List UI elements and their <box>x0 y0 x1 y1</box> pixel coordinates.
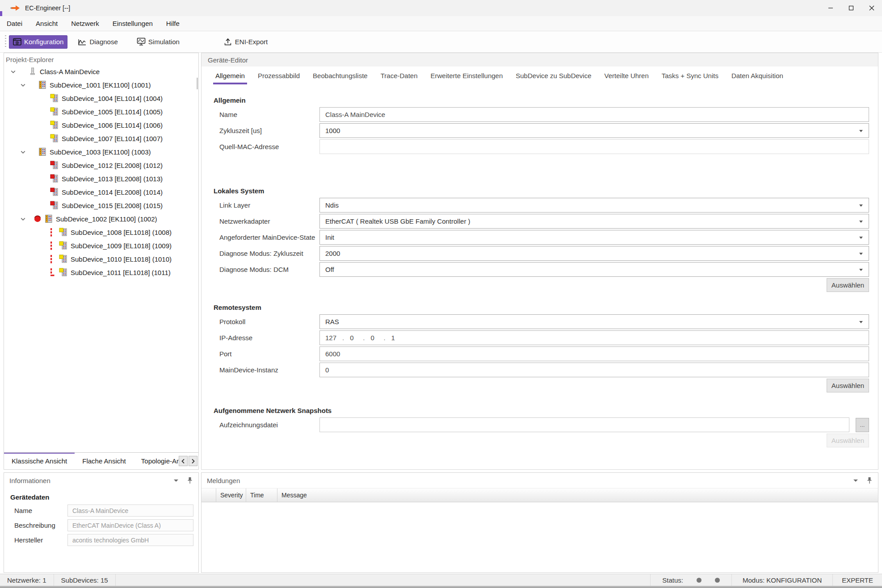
angeforderter-maindevice-state-dropdown[interactable]: Init <box>319 230 869 245</box>
el-red-icon <box>50 174 59 183</box>
expander-chevron-down-icon[interactable] <box>20 149 28 155</box>
ausw-hlen-button[interactable]: Auswählen <box>827 379 869 392</box>
toolbar-button-label: Simulation <box>148 38 180 46</box>
info-field-value[interactable]: acontis technologies GmbH <box>67 534 193 546</box>
tab-tasks-sync-units[interactable]: Tasks + Sync Units <box>662 67 718 84</box>
tab-beobachtungsliste[interactable]: Beobachtungsliste <box>313 67 368 84</box>
collapse-chevron-icon[interactable] <box>173 479 179 482</box>
expander-chevron-down-icon[interactable] <box>10 68 18 75</box>
tree-item-subdevice-1002[interactable]: SubDevice_1002 [EK1100] (1002) <box>4 212 198 225</box>
tree-item-class-a[interactable]: Class-A MainDevice <box>4 65 198 78</box>
field-label: Quell-MAC-Adresse <box>219 143 319 150</box>
browse-button[interactable]: ... <box>856 418 869 432</box>
el-red-icon <box>50 201 59 210</box>
el-yellow-icon <box>50 121 59 129</box>
ip-adresse-input[interactable]: 127.0.0.1 <box>319 330 869 345</box>
ip-octet: 1 <box>391 334 399 342</box>
tree-scrollbar-thumb[interactable] <box>197 78 198 89</box>
ek1100-icon <box>38 80 47 89</box>
menu-item-ansicht[interactable]: Ansicht <box>29 16 64 31</box>
menu-item-datei[interactable]: Datei <box>0 16 29 31</box>
ausw-hlen-button[interactable]: Auswählen <box>827 278 869 292</box>
link-layer-dropdown[interactable]: Ndis <box>319 198 869 213</box>
expander-chevron-down-icon[interactable] <box>20 82 28 88</box>
section-title: Remotesystem <box>214 304 869 312</box>
device-editor-content: AllgemeinNameClass-A MainDeviceZykluszei… <box>202 84 878 469</box>
tab-verteilte-uhren[interactable]: Verteilte Uhren <box>605 67 649 84</box>
tree-item-subdevice-1014[interactable]: SubDevice_1014 [EL2008] (1014) <box>4 185 198 199</box>
simulation-button[interactable]: Simulation <box>133 35 184 49</box>
info-field-name: NameClass-A MainDevice <box>14 505 198 517</box>
pin-icon[interactable] <box>187 477 193 484</box>
form-row-ip-adresse: IP-Adresse127.0.0.1 <box>214 330 869 345</box>
view-tab-topologie-ans[interactable]: Topologie-Ans <box>134 453 184 469</box>
maximize-button[interactable] <box>841 0 861 16</box>
device-tree: Class-A MainDeviceSubDevice_1001 [EK1100… <box>4 65 198 451</box>
tab-daten-akquisition[interactable]: Daten Akquisition <box>731 67 783 84</box>
diagnose-modus-zykluszeit-dropdown[interactable]: 2000 <box>319 246 869 261</box>
field-label: Diagnose Modus: DCM <box>219 266 319 273</box>
zykluszeit-us-dropdown[interactable]: 1000 <box>319 123 869 138</box>
view-tab-klassische-ansicht[interactable]: Klassische Ansicht <box>4 453 75 469</box>
protokoll-dropdown[interactable]: RAS <box>319 314 869 329</box>
konfiguration-button[interactable]: Konfiguration <box>9 35 67 49</box>
tree-item-subdevice-1004[interactable]: SubDevice_1004 [EL1014] (1004) <box>4 92 198 105</box>
collapse-chevron-icon[interactable] <box>853 479 858 482</box>
eni-export-button[interactable]: ENI-Export <box>219 35 272 49</box>
tree-item-subdevice-1001[interactable]: SubDevice_1001 [EK1100] (1001) <box>4 78 198 92</box>
pin-icon[interactable] <box>866 477 873 484</box>
tab-scroll-left-button[interactable] <box>179 456 188 466</box>
meldungen-panel: Meldungen SeverityTimeMessage <box>201 472 878 573</box>
project-explorer-panel: Projekt-Explorer Class-A MainDeviceSubDe… <box>4 53 199 470</box>
tree-item-subdevice-1013[interactable]: SubDevice_1013 [EL2008] (1013) <box>4 172 198 185</box>
el-yellow-icon <box>59 241 68 250</box>
dropdown-arrow-icon <box>859 321 863 323</box>
view-tab-flache-ansicht[interactable]: Flache Ansicht <box>75 453 134 469</box>
info-field-value[interactable]: Class-A MainDevice <box>67 505 193 517</box>
tree-item-subdevice-1011[interactable]: SubDevice_1011 [EL1018] (1011) <box>4 266 198 279</box>
informationen-panel: Informationen Gerätedaten NameClass-A Ma… <box>4 472 199 573</box>
close-button[interactable] <box>861 0 882 16</box>
window-title: EC-Engineer [--] <box>25 4 70 12</box>
info-field-value[interactable]: EtherCAT MainDevice (Class A) <box>67 519 193 531</box>
diagnose-button[interactable]: Diagnose <box>74 35 122 49</box>
maindevice-instanz-input[interactable]: 0 <box>319 363 869 377</box>
section-title: Lokales System <box>214 187 869 196</box>
diagnose-modus-dcm-dropdown[interactable]: Off <box>319 262 869 277</box>
tree-item-subdevice-1012[interactable]: SubDevice_1012 [EL2008] (1012) <box>4 158 198 172</box>
expander-chevron-down-icon[interactable] <box>20 216 28 222</box>
tree-item-label: SubDevice_1008 [EL1018] (1008) <box>71 229 172 236</box>
meldungen-col-severity[interactable]: Severity <box>216 488 246 502</box>
tab-scroll-right-button[interactable] <box>189 456 197 466</box>
ausw-hlen-button[interactable]: Auswählen <box>827 434 869 447</box>
tree-item-subdevice-1005[interactable]: SubDevice_1005 [EL1014] (1005) <box>4 105 198 118</box>
port-input[interactable]: 6000 <box>319 346 869 361</box>
status-netzwerke: Netzwerke: 1 <box>0 574 54 586</box>
menu-item-netzwerk[interactable]: Netzwerk <box>64 16 106 31</box>
meldungen-col-message[interactable]: Message <box>277 488 878 502</box>
netzwerkadapter-dropdown[interactable]: EtherCAT ( Realtek USB GbE Family Contro… <box>319 214 869 229</box>
menu-item-hilfe[interactable]: Hilfe <box>160 16 186 31</box>
tree-item-subdevice-1003[interactable]: SubDevice_1003 [EK1100] (1003) <box>4 145 198 158</box>
tree-item-subdevice-1010[interactable]: SubDevice_1010 [EL1018] (1010) <box>4 252 198 266</box>
tab-prozessabbild[interactable]: Prozessabbild <box>258 67 300 84</box>
aufzeichnungsdatei-input[interactable] <box>319 417 849 432</box>
tab-allgemein[interactable]: Allgemein <box>215 67 245 84</box>
tree-item-subdevice-1015[interactable]: SubDevice_1015 [EL2008] (1015) <box>4 199 198 212</box>
tree-item-subdevice-1009[interactable]: SubDevice_1009 [EL1018] (1009) <box>4 239 198 252</box>
tree-item-subdevice-1007[interactable]: SubDevice_1007 [EL1014] (1007) <box>4 132 198 145</box>
toolbar-button-label: ENI-Export <box>235 38 268 46</box>
name-input[interactable]: Class-A MainDevice <box>319 107 869 122</box>
dropdown-value: Init <box>325 234 334 241</box>
quell-mac-adresse-input[interactable] <box>319 139 869 154</box>
toolbar-drag-grip[interactable] <box>5 35 6 49</box>
minimize-button[interactable] <box>820 0 841 16</box>
tab-trace-daten[interactable]: Trace-Daten <box>381 67 418 84</box>
tab-subdevice-zu-subdevice[interactable]: SubDevice zu SubDevice <box>516 67 591 84</box>
tab-erweiterte-einstellungen[interactable]: Erweiterte Einstellungen <box>431 67 503 84</box>
menu-item-einstellungen[interactable]: Einstellungen <box>106 16 160 31</box>
tree-item-subdevice-1008[interactable]: SubDevice_1008 [EL1018] (1008) <box>4 225 198 239</box>
tree-item-subdevice-1006[interactable]: SubDevice_1006 [EL1014] (1006) <box>4 118 198 132</box>
meldungen-col-time[interactable]: Time <box>246 488 277 502</box>
view-tab-bar: Klassische AnsichtFlache AnsichtTopologi… <box>4 452 198 469</box>
